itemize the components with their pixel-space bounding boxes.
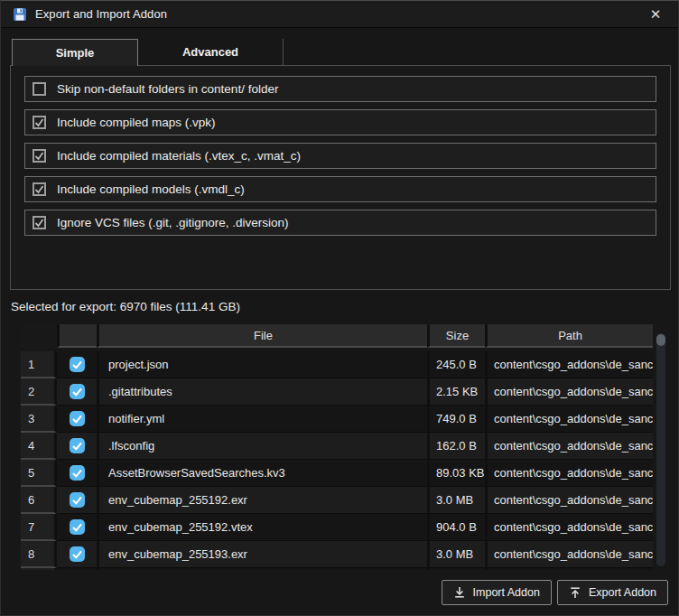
column-header-path[interactable]: Path bbox=[485, 324, 653, 348]
file-path-cell[interactable]: content\csgo_addons\de_sanct... bbox=[485, 487, 653, 514]
file-size-cell[interactable]: 749.0 B bbox=[427, 406, 485, 433]
file-name-cell[interactable]: env_cubemap_255192.exr bbox=[97, 487, 427, 514]
column-header-checkbox[interactable] bbox=[57, 324, 97, 348]
row-number[interactable] bbox=[21, 568, 57, 570]
export-addon-button[interactable]: Export Addon bbox=[557, 580, 668, 605]
option-label: Ignore VCS files (.git, .gitignore, .div… bbox=[57, 216, 289, 229]
checkbox-icon[interactable] bbox=[33, 82, 46, 96]
tab-simple[interactable]: Simple bbox=[12, 39, 138, 66]
checked-checkbox-icon[interactable] bbox=[70, 465, 85, 481]
footer-actions: Import Addon Export Addon bbox=[442, 580, 668, 605]
file-path-cell[interactable]: content\csgo_addons\de_sanct... bbox=[485, 514, 653, 541]
file-name-cell[interactable]: notifier.yml bbox=[97, 406, 427, 433]
row-checkbox-cell[interactable] bbox=[57, 487, 97, 514]
file-path-cell[interactable] bbox=[485, 568, 653, 570]
file-name-cell[interactable]: env_cubemap_255193.exr bbox=[97, 541, 427, 568]
scrollbar-thumb[interactable] bbox=[656, 334, 665, 346]
file-name-cell[interactable]: .lfsconfig bbox=[97, 433, 427, 460]
option-include-compiled-models[interactable]: Include compiled models (.vmdl_c) bbox=[24, 176, 656, 202]
file-name-cell[interactable] bbox=[97, 568, 427, 570]
table-scrollbar[interactable] bbox=[656, 333, 665, 566]
checked-checkbox-icon[interactable] bbox=[70, 492, 85, 508]
row-checkbox-cell[interactable] bbox=[57, 514, 97, 541]
file-table-grid: File Size Path bbox=[21, 324, 653, 351]
save-floppy-icon bbox=[13, 7, 27, 22]
row-checkbox-cell[interactable] bbox=[57, 460, 97, 487]
row-checkbox-cell[interactable] bbox=[57, 378, 97, 406]
file-path-cell[interactable]: content\csgo_addons\de_sanct... bbox=[485, 460, 653, 487]
row-number[interactable]: 7 bbox=[21, 514, 57, 541]
checked-checkbox-icon[interactable] bbox=[70, 519, 85, 535]
file-size-cell[interactable]: 3.0 MB bbox=[427, 487, 485, 514]
window-title: Export and Import Addon bbox=[35, 7, 167, 21]
file-name-cell[interactable]: project.json bbox=[97, 351, 427, 378]
row-checkbox-cell[interactable] bbox=[57, 351, 97, 378]
file-name-cell[interactable]: .gitattributes bbox=[97, 378, 427, 406]
option-label: Include compiled maps (.vpk) bbox=[57, 116, 216, 129]
row-checkbox-cell[interactable] bbox=[57, 406, 97, 433]
option-label: Include compiled materials (.vtex_c, .vm… bbox=[57, 149, 301, 163]
file-name-cell[interactable]: AssetBrowserSavedSearches.kv3 bbox=[97, 460, 427, 487]
column-header-size[interactable]: Size bbox=[427, 324, 485, 348]
row-number[interactable]: 4 bbox=[21, 433, 57, 460]
file-size-cell[interactable]: 3.0 MB bbox=[427, 541, 485, 568]
file-size-cell[interactable]: 89.03 KB bbox=[427, 460, 485, 487]
option-skip-non-default-folders[interactable]: Skip non-default folders in content/ fol… bbox=[24, 76, 656, 102]
row-number[interactable]: 8 bbox=[21, 541, 57, 568]
export-addon-label: Export Addon bbox=[589, 586, 656, 599]
option-include-compiled-materials[interactable]: Include compiled materials (.vtex_c, .vm… bbox=[24, 143, 656, 169]
file-table: File Size Path 1project.json245.0 Bconte… bbox=[21, 324, 665, 570]
file-size-cell[interactable] bbox=[427, 568, 485, 570]
row-number[interactable]: 2 bbox=[21, 378, 57, 406]
file-size-cell[interactable]: 245.0 B bbox=[427, 351, 485, 378]
file-path-cell[interactable]: content\csgo_addons\de_sanct... bbox=[485, 406, 653, 433]
option-label: Skip non-default folders in content/ fol… bbox=[57, 82, 278, 96]
file-path-cell[interactable]: content\csgo_addons\de_sanct... bbox=[485, 378, 653, 406]
row-number[interactable]: 3 bbox=[21, 406, 57, 433]
option-include-compiled-maps[interactable]: Include compiled maps (.vpk) bbox=[24, 109, 656, 135]
checked-checkbox-icon[interactable] bbox=[70, 438, 85, 453]
option-label: Include compiled models (.vmdl_c) bbox=[57, 182, 245, 196]
import-addon-button[interactable]: Import Addon bbox=[442, 580, 552, 605]
checked-checkbox-icon[interactable] bbox=[70, 411, 85, 426]
export-import-addon-dialog: Export and Import Addon ✕ Simple Advance… bbox=[0, 0, 679, 616]
tab-advanced[interactable]: Advanced bbox=[138, 39, 284, 65]
column-header-file[interactable]: File bbox=[97, 324, 427, 348]
checkbox-icon[interactable] bbox=[33, 182, 46, 196]
row-checkbox-cell[interactable] bbox=[57, 541, 97, 568]
checkbox-icon[interactable] bbox=[33, 149, 46, 163]
file-size-cell[interactable]: 904.0 B bbox=[427, 514, 485, 541]
import-download-icon bbox=[453, 586, 466, 599]
checkbox-icon[interactable] bbox=[33, 116, 46, 129]
file-size-cell[interactable]: 162.0 B bbox=[427, 433, 485, 460]
row-checkbox-cell[interactable] bbox=[57, 568, 97, 570]
import-addon-label: Import Addon bbox=[473, 586, 540, 599]
option-ignore-vcs-files[interactable]: Ignore VCS files (.git, .gitignore, .div… bbox=[24, 210, 656, 236]
export-summary: Selected for export: 6970 files (111.41 … bbox=[11, 300, 240, 313]
table-rows: 1project.json245.0 Bcontent\csgo_addons\… bbox=[21, 351, 653, 570]
row-number[interactable]: 6 bbox=[21, 487, 57, 514]
options-panel: Skip non-default folders in content/ fol… bbox=[10, 65, 671, 290]
titlebar: Export and Import Addon ✕ bbox=[1, 1, 678, 28]
close-icon[interactable]: ✕ bbox=[645, 1, 666, 28]
file-path-cell[interactable]: content\csgo_addons\de_sanct... bbox=[485, 433, 653, 460]
file-path-cell[interactable]: content\csgo_addons\de_sanct... bbox=[485, 351, 653, 378]
table-corner-cell bbox=[21, 324, 57, 348]
checked-checkbox-icon[interactable] bbox=[70, 384, 85, 399]
checked-checkbox-icon[interactable] bbox=[70, 357, 85, 372]
export-upload-icon bbox=[569, 586, 581, 599]
row-number[interactable]: 5 bbox=[21, 460, 57, 487]
tab-bar: Simple Advanced bbox=[12, 39, 284, 66]
checkbox-icon[interactable] bbox=[33, 216, 46, 229]
file-size-cell[interactable]: 2.15 KB bbox=[427, 378, 485, 406]
row-checkbox-cell[interactable] bbox=[57, 433, 97, 460]
checked-checkbox-icon[interactable] bbox=[70, 546, 85, 562]
row-number[interactable]: 1 bbox=[21, 351, 57, 378]
file-name-cell[interactable]: env_cubemap_255192.vtex bbox=[97, 514, 427, 541]
file-path-cell[interactable]: content\csgo_addons\de_sanct... bbox=[485, 541, 653, 568]
